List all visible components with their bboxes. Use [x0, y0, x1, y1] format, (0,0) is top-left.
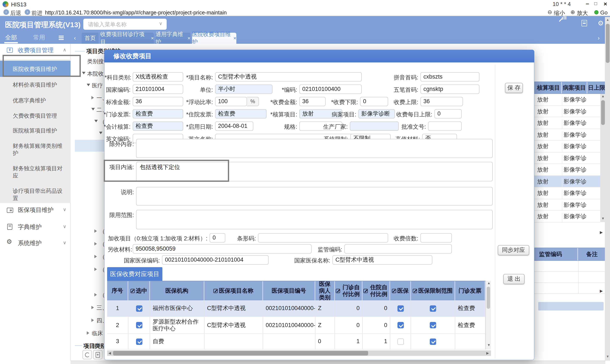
scroll-thumb[interactable] [601, 100, 605, 125]
table-cell[interactable] [128, 317, 150, 334]
dialog-header[interactable]: 修改收费项目 [104, 50, 534, 63]
tree-collapse-icon[interactable] [99, 132, 102, 134]
tree-expand-icon[interactable] [94, 242, 97, 246]
tree-item-0[interactable]: 本院收 [87, 70, 104, 78]
tab-close-icon[interactable]: × [151, 35, 154, 41]
barcode-input[interactable] [258, 233, 388, 243]
tree-expand-icon[interactable] [91, 96, 94, 99]
table-cell[interactable]: 0 [335, 300, 363, 317]
checkbox[interactable] [430, 338, 436, 345]
table-vscrollbar[interactable]: ▲ ▼ [486, 281, 491, 350]
table-cell[interactable] [390, 334, 411, 350]
column-header-8[interactable]: 医保 [390, 281, 411, 301]
start_date-input[interactable]: 2004-08-01 [215, 121, 253, 131]
sidebar-item-7[interactable]: 诊疗项目带出药品设置 [0, 187, 70, 202]
sidebar-item-4[interactable]: 医院核算项目维护 [0, 127, 70, 134]
table-cell[interactable]: 002101010040000-... [263, 317, 315, 334]
sidebar-item-6[interactable]: 财务独立核算项目对应 [0, 165, 70, 179]
table-cell[interactable]: 1 [363, 334, 390, 350]
tree-expand-icon[interactable] [94, 255, 97, 258]
column-header-10[interactable]: 门诊发票 [455, 281, 486, 301]
column-header-5[interactable]: 医保病人类别 [315, 281, 335, 301]
table-cell[interactable]: C型臂术中透视 [204, 300, 263, 317]
checkbox[interactable] [136, 338, 142, 345]
checkbox[interactable] [136, 305, 142, 312]
table-cell[interactable] [455, 334, 486, 350]
table-cell[interactable]: 罗源新型农村合作医疗中心 [150, 317, 204, 334]
browser-tab-title[interactable]: HIS13 [11, 1, 26, 8]
exit-button[interactable]: 退 出 [503, 274, 525, 284]
tree-expand-icon[interactable] [94, 268, 97, 271]
bg-table-row[interactable]: 放射影像学诊断 [524, 105, 600, 117]
checkbox[interactable] [397, 322, 404, 328]
column-header-6[interactable]: 门诊自付比例 [335, 281, 363, 301]
column-header-7[interactable]: 住院自付比例 [363, 281, 390, 301]
table-cell[interactable] [390, 317, 411, 334]
supervise_code-input[interactable] [344, 244, 452, 254]
minimize-button[interactable]: – [586, 0, 589, 7]
limit_scope-input[interactable] [136, 210, 493, 229]
forward-button[interactable]: 前进 [31, 9, 42, 17]
tab-close-icon[interactable]: × [233, 35, 236, 41]
scroll-up-icon[interactable]: ▲ [601, 95, 605, 98]
column-remark[interactable]: 备注 [578, 248, 606, 260]
forward-icon[interactable]: › [25, 9, 30, 15]
close-button[interactable]: × [604, 0, 607, 7]
column-header-1[interactable]: 选中 [128, 281, 150, 301]
back-icon[interactable]: ‹ [3, 9, 9, 15]
bg-table-row[interactable]: 放射影像学诊断 [524, 141, 600, 152]
zoom-in-button[interactable]: 放大 [577, 9, 588, 17]
code-input[interactable]: 021010100400 [299, 85, 362, 94]
column-record-item[interactable]: 病案项目 [562, 82, 587, 93]
tabs-scroll-right-icon[interactable]: › [598, 34, 600, 41]
scroll-right-icon[interactable]: ▶ [600, 289, 603, 293]
back-button[interactable]: 后退 [10, 9, 21, 17]
sidebar-item-5[interactable]: 财务核算账簿类别维护 [0, 142, 70, 157]
inp_invoice-input[interactable]: 检查费 [215, 109, 267, 118]
sidebar-item-2[interactable]: 优惠字典维护 [0, 97, 70, 104]
national_code-input[interactable]: 210101004 [133, 85, 183, 94]
table-cell[interactable]: C型臂术中透视 [204, 317, 263, 334]
scroll-down-icon[interactable]: ▼ [487, 344, 490, 347]
table-cell[interactable] [411, 334, 455, 350]
sync-mapping-button[interactable]: 同步对应 [498, 245, 529, 255]
table-cell[interactable] [411, 317, 455, 334]
column-header-4[interactable]: 医保项目编号 [263, 281, 315, 301]
medical_record_item-input[interactable]: 影像学诊断 [358, 109, 395, 118]
table-cell[interactable] [390, 300, 411, 317]
table-cell[interactable]: 自费 [150, 334, 204, 350]
column-header-9[interactable]: 医保限制范围 [411, 281, 455, 301]
nat_insurance_code-input[interactable]: 002101010040000-210101004 [162, 255, 269, 265]
table-cell[interactable] [411, 300, 455, 317]
url-field[interactable]: http://10.16.241.70:8000/his-xmgl/app/#/… [45, 10, 368, 15]
tree-expand-icon[interactable] [94, 229, 97, 233]
bg-table2-row[interactable] [524, 272, 606, 283]
daily_limit-input[interactable]: 0 [434, 109, 462, 118]
sidebar-tab-common[interactable]: 常用 [33, 34, 45, 42]
bg-table-row[interactable]: 放射影像学诊断 [524, 176, 600, 187]
charge_multiple-input[interactable] [420, 233, 452, 243]
table-cell[interactable]: 0 [315, 334, 335, 350]
bg-table-row[interactable]: 放射影像学诊断 [524, 164, 600, 176]
wubi_code-input[interactable]: cgnsktp [420, 85, 479, 94]
table-hscrollbar[interactable]: ◀ ▶ [107, 351, 491, 356]
table-cell[interactable]: 3 [107, 334, 128, 350]
subject_category-input[interactable]: X线透视检查 [133, 72, 183, 81]
scroll-thumb[interactable] [606, 24, 609, 63]
sidebar-item-3[interactable]: 欠费收费项目管理 [0, 112, 70, 119]
sidebar-group-insurance[interactable]: 医保项目维护 [18, 207, 54, 214]
sidebar-tab-all[interactable]: 全部 [5, 34, 17, 42]
table-cell[interactable] [263, 334, 315, 350]
bg-table-row[interactable]: 放射影像学诊断 [524, 211, 600, 222]
zoom-out-icon[interactable]: ⊖ [547, 9, 552, 15]
bg-table2-row[interactable] [524, 283, 606, 294]
accounting-input[interactable]: 检查费 [133, 121, 183, 131]
scroll-right-icon[interactable]: ▶ [600, 231, 603, 234]
collapsed-panel-bar[interactable] [538, 302, 604, 311]
sidebar-group-dictionary[interactable]: 字典维护 [18, 223, 42, 231]
zoom-out-button[interactable]: 缩小 [554, 9, 565, 17]
exclusions-input[interactable] [136, 139, 493, 158]
tab-2[interactable]: 通用字典维护× [156, 33, 190, 44]
scroll-down-icon[interactable]: ▼ [601, 217, 605, 221]
menu-search-select[interactable]: 请输入菜单名称 ∨ [83, 19, 167, 30]
